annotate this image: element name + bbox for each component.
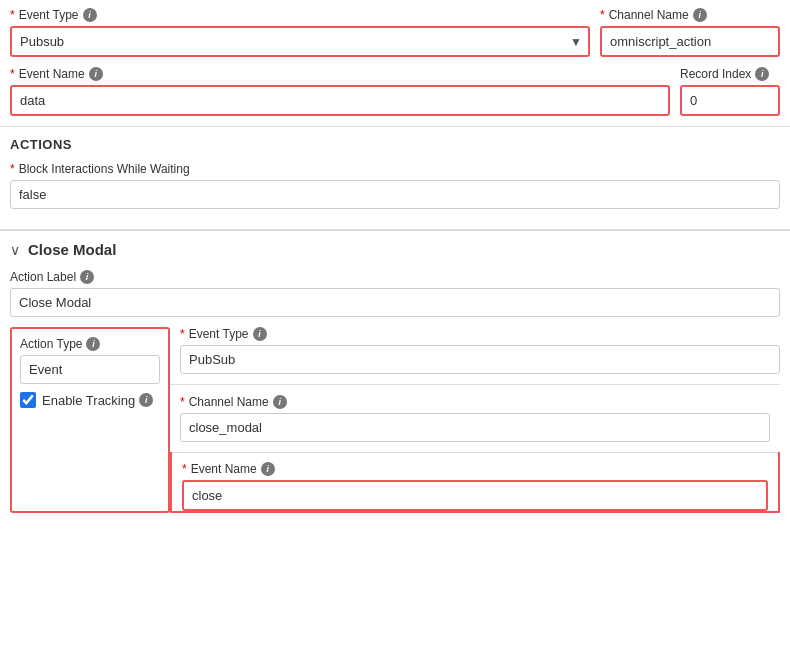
modal-channel-name-row: * Channel Name i — [170, 385, 780, 442]
event-type-group: * Event Type i Pubsub ▼ — [10, 8, 590, 57]
modal-channel-name-label-text: Channel Name — [189, 395, 269, 409]
record-index-label-text: Record Index — [680, 67, 751, 81]
required-star: * — [10, 67, 15, 81]
action-label-text: Action Label — [10, 270, 76, 284]
action-type-label: Action Type i — [20, 337, 160, 351]
modal-event-type-row: * Event Type i — [170, 327, 780, 374]
modal-event-name-info-icon[interactable]: i — [261, 462, 275, 476]
block-interactions-input[interactable] — [10, 180, 780, 209]
record-index-info-icon[interactable]: i — [755, 67, 769, 81]
event-name-info-icon[interactable]: i — [89, 67, 103, 81]
action-type-info-icon[interactable]: i — [86, 337, 100, 351]
action-label-input[interactable] — [10, 288, 780, 317]
record-index-group: Record Index i — [680, 67, 780, 116]
record-index-input[interactable] — [680, 85, 780, 116]
modal-channel-name-label: * Channel Name i — [180, 395, 770, 409]
event-type-select[interactable]: Pubsub — [10, 26, 590, 57]
modal-channel-name-input[interactable] — [180, 413, 770, 442]
modal-event-name-row: * Event Name i — [170, 452, 780, 513]
modal-event-type-info-icon[interactable]: i — [253, 327, 267, 341]
modal-event-name-label: * Event Name i — [182, 462, 768, 476]
modal-event-name-input[interactable] — [182, 480, 768, 511]
enable-tracking-label: Enable Tracking i — [42, 393, 153, 408]
close-modal-fields: Action Label i Action Type i — [10, 270, 780, 513]
modal-event-type-input[interactable] — [180, 345, 780, 374]
action-label-label: Action Label i — [10, 270, 780, 284]
event-type-info-icon[interactable]: i — [83, 8, 97, 22]
enable-tracking-row: Enable Tracking i — [20, 392, 160, 408]
enable-tracking-label-text: Enable Tracking — [42, 393, 135, 408]
required-star: * — [600, 8, 605, 22]
channel-name-input[interactable] — [600, 26, 780, 57]
event-name-label: * Event Name i — [10, 67, 670, 81]
channel-name-label-text: Channel Name — [609, 8, 689, 22]
modal-event-name-label-text: Event Name — [191, 462, 257, 476]
channel-name-group: * Channel Name i — [600, 8, 780, 57]
action-label-info-icon[interactable]: i — [80, 270, 94, 284]
block-interactions-row: * Block Interactions While Waiting — [10, 162, 780, 209]
channel-name-label: * Channel Name i — [600, 8, 780, 22]
chevron-down-icon[interactable]: ∨ — [10, 242, 20, 258]
block-interactions-label-text: Block Interactions While Waiting — [19, 162, 190, 176]
action-type-inner: Action Type i — [20, 337, 160, 384]
required-star: * — [180, 395, 185, 409]
event-type-label: * Event Type i — [10, 8, 590, 22]
actions-section-title: ACTIONS — [10, 137, 780, 152]
top-row: * Event Type i Pubsub ▼ * Channel Name i — [10, 8, 780, 57]
close-modal-header: ∨ Close Modal — [10, 241, 780, 258]
action-type-label-text: Action Type — [20, 337, 82, 351]
modal-channel-name-info-icon[interactable]: i — [273, 395, 287, 409]
modal-event-type-label: * Event Type i — [180, 327, 780, 341]
action-type-input[interactable] — [20, 355, 160, 384]
page-container: * Event Type i Pubsub ▼ * Channel Name i — [0, 0, 790, 523]
event-type-select-wrapper: Pubsub ▼ — [10, 26, 590, 57]
block-interactions-label: * Block Interactions While Waiting — [10, 162, 780, 176]
required-star: * — [10, 8, 15, 22]
modal-event-type-label-text: Event Type — [189, 327, 249, 341]
actions-section: ACTIONS * Block Interactions While Waiti… — [0, 127, 790, 229]
action-type-box: Action Type i Enable Tracking i — [10, 327, 170, 513]
enable-tracking-checkbox[interactable] — [20, 392, 36, 408]
top-section: * Event Type i Pubsub ▼ * Channel Name i — [0, 0, 790, 127]
event-fields-right: * Event Type i * Channel Name i — [170, 327, 780, 513]
channel-name-info-icon[interactable]: i — [693, 8, 707, 22]
event-name-input[interactable] — [10, 85, 670, 116]
record-index-label: Record Index i — [680, 67, 780, 81]
required-star: * — [182, 462, 187, 476]
close-modal-title: Close Modal — [28, 241, 116, 258]
action-label-row: Action Label i — [10, 270, 780, 317]
enable-tracking-info-icon[interactable]: i — [139, 393, 153, 407]
required-star: * — [10, 162, 15, 176]
required-star: * — [180, 327, 185, 341]
event-type-label-text: Event Type — [19, 8, 79, 22]
action-type-section: Action Type i Enable Tracking i — [10, 327, 780, 513]
event-name-label-text: Event Name — [19, 67, 85, 81]
close-modal-block: ∨ Close Modal Action Label i Act — [0, 230, 790, 523]
event-name-group: * Event Name i — [10, 67, 670, 116]
second-row: * Event Name i Record Index i — [10, 67, 780, 116]
